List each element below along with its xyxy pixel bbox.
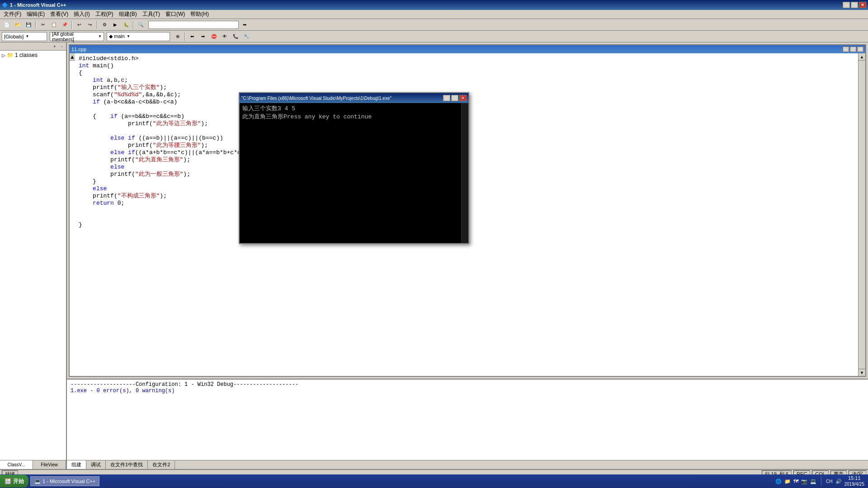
left-panel-toolbar: + - [0, 42, 66, 51]
taskbar-vc-item[interactable]: 💻 1 - Microsoft Visual C++ [30, 476, 99, 486]
start-label: 开始 [13, 478, 24, 485]
bottom-tabs: 组建 调试 在文件1中查找 在文件2 [67, 460, 868, 469]
menu-window[interactable]: 窗口(W) [163, 9, 188, 19]
open-button[interactable]: 📂 [13, 20, 23, 29]
windows-icon: 🪟 [5, 478, 11, 484]
folder-icon[interactable]: 📁 [784, 479, 791, 484]
copy-button[interactable]: 📋 [49, 20, 59, 29]
nav-btn1[interactable]: ⊕ [173, 32, 183, 41]
result-line: 1.exe - 0 error(s), 0 warning(s) [71, 388, 864, 394]
output-content: --------------------Configuration: 1 - W… [67, 380, 868, 460]
function-dropdown[interactable]: ◆ main ▼ [107, 32, 170, 41]
debug-button[interactable]: 🐛 [121, 20, 131, 29]
toolbar-standard: 📄 📂 💾 ✂ 📋 📌 ↩ ↪ ⚙ ▶ 🐛 🔍 ➡ [0, 19, 868, 31]
find1-tab[interactable]: 在文件1中查找 [106, 460, 148, 469]
debug-tab[interactable]: 调试 [86, 460, 106, 469]
left-panel: + - ▷ 📁 1 classes ClassV... FileView [0, 42, 67, 469]
search-input[interactable] [148, 21, 239, 29]
collapse-btn[interactable]: - [59, 43, 65, 50]
left-panel-tabs: ClassV... FileView [0, 460, 66, 469]
nav-sep [184, 33, 185, 41]
ie-icon[interactable]: 🌐 [775, 479, 782, 484]
console-minimize-btn[interactable]: ─ [443, 95, 450, 101]
console-close-btn[interactable]: ✕ [459, 95, 467, 101]
console-controls: ─ □ ✕ [443, 95, 467, 101]
tree-label: 1 classes [15, 52, 38, 58]
menu-build[interactable]: 组建(B) [116, 9, 140, 19]
find-button[interactable]: 🔍 [136, 20, 146, 29]
scope-label: [Globals] [4, 34, 24, 39]
main-area: + - ▷ 📁 1 classes ClassV... FileView 11.… [0, 42, 868, 469]
scope-dropdown[interactable]: [Globals] ▼ [2, 32, 47, 41]
code-maximize-btn[interactable]: □ [850, 47, 856, 52]
title-bar: 🔷 1 - Microsoft Visual C++ ─ □ ✕ [0, 0, 868, 10]
code-close-btn[interactable]: ✕ [857, 47, 863, 52]
code-window-controls: ─ □ ✕ [843, 47, 863, 52]
vc-taskbar-icon[interactable]: 💻 [810, 479, 816, 484]
menu-bar: 文件(F) 编辑(E) 查看(V) 插入(I) 工程(P) 组建(B) 工具(T… [0, 10, 868, 19]
scroll-up-btn[interactable]: ▲ [859, 53, 865, 61]
menu-edit[interactable]: 编辑(E) [24, 9, 47, 19]
app-icon: 🔷 [2, 2, 8, 8]
members-dropdown[interactable]: [All global members] ▼ [50, 32, 104, 41]
camera-icon[interactable]: 📷 [801, 479, 807, 484]
taskbar: 🪟 开始 💻 1 - Microsoft Visual C++ 🌐 📁 🗺 📷 … [0, 474, 868, 488]
console-scrollbar[interactable] [461, 103, 468, 243]
code-window-titlebar: 11.cpp ─ □ ✕ [70, 45, 865, 53]
scope-arrow: ▼ [25, 34, 29, 38]
console-title: "C:\Program Files (x86)\Microsoft Visual… [241, 96, 392, 101]
scroll-track [859, 61, 865, 369]
members-arrow: ▼ [98, 34, 102, 38]
editor-area: 11.cpp ─ □ ✕ ▲ #include<stdio.h> int mai… [67, 42, 868, 469]
speaker-icon[interactable]: 🔊 [835, 479, 842, 484]
cut-button[interactable]: ✂ [38, 20, 48, 29]
menu-insert[interactable]: 插入(I) [71, 9, 92, 19]
code-scrollbar-up[interactable]: ▲ [70, 53, 75, 61]
menu-help[interactable]: 帮助(H) [188, 9, 212, 19]
tray-separator [821, 477, 821, 486]
start-button[interactable]: 🪟 开始 [0, 475, 28, 488]
breakpoint-btn[interactable]: ⛔ [209, 32, 219, 41]
menu-tools[interactable]: 工具(T) [140, 9, 163, 19]
find2-tab[interactable]: 在文件2 [148, 460, 175, 469]
maximize-button[interactable]: □ [851, 2, 858, 8]
mem-btn[interactable]: 🔧 [241, 32, 251, 41]
nav-back[interactable]: ⬅ [187, 32, 197, 41]
tree-root[interactable]: ▷ 📁 1 classes [1, 52, 65, 59]
undo-button[interactable]: ↩ [74, 20, 84, 29]
taskbar-items: 💻 1 - Microsoft Visual C++ [28, 476, 772, 486]
close-button[interactable]: ✕ [859, 2, 866, 8]
menu-file[interactable]: 文件(F) [1, 9, 24, 19]
class-view-tab[interactable]: ClassV... [0, 460, 33, 469]
title-bar-controls: ─ □ ✕ [843, 2, 866, 8]
scroll-down-btn[interactable]: ▼ [859, 369, 865, 376]
code-minimize-btn[interactable]: ─ [843, 47, 849, 52]
paste-button[interactable]: 📌 [60, 20, 70, 29]
system-clock: 15:11 2019/4/25 [844, 475, 865, 488]
menu-project[interactable]: 工程(P) [93, 9, 116, 19]
watch-btn[interactable]: 👁 [220, 32, 230, 41]
compile-button[interactable]: ⚙ [99, 20, 109, 29]
build-tab[interactable]: 组建 [67, 460, 86, 469]
code-scrollbar-v[interactable]: ▲ ▼ [858, 53, 865, 376]
maps-icon[interactable]: 🗺 [793, 479, 798, 484]
nav-fwd[interactable]: ➡ [198, 32, 208, 41]
new-button[interactable]: 📄 [2, 20, 12, 29]
taskbar-vc-icon: 💻 [34, 479, 41, 484]
folder-icon: 📁 [7, 52, 14, 58]
console-restore-btn[interactable]: □ [451, 95, 458, 101]
menu-view[interactable]: 查看(V) [47, 9, 71, 19]
file-view-tab[interactable]: FileView [33, 460, 66, 469]
redo-button[interactable]: ↪ [85, 20, 95, 29]
config-line: --------------------Configuration: 1 - W… [71, 381, 864, 388]
search-go-button[interactable]: ➡ [240, 20, 250, 29]
run-button[interactable]: ▶ [110, 20, 120, 29]
call-btn[interactable]: 📞 [231, 32, 241, 41]
separator3 [97, 21, 98, 29]
minimize-button[interactable]: ─ [843, 2, 850, 8]
expand-btn[interactable]: + [52, 43, 58, 50]
title-bar-left: 🔷 1 - Microsoft Visual C++ [2, 2, 66, 8]
console-window: "C:\Program Files (x86)\Microsoft Visual… [239, 92, 469, 244]
save-button[interactable]: 💾 [24, 20, 33, 29]
toolbar-navigation: [Globals] ▼ [All global members] ▼ ◆ mai… [0, 31, 868, 42]
